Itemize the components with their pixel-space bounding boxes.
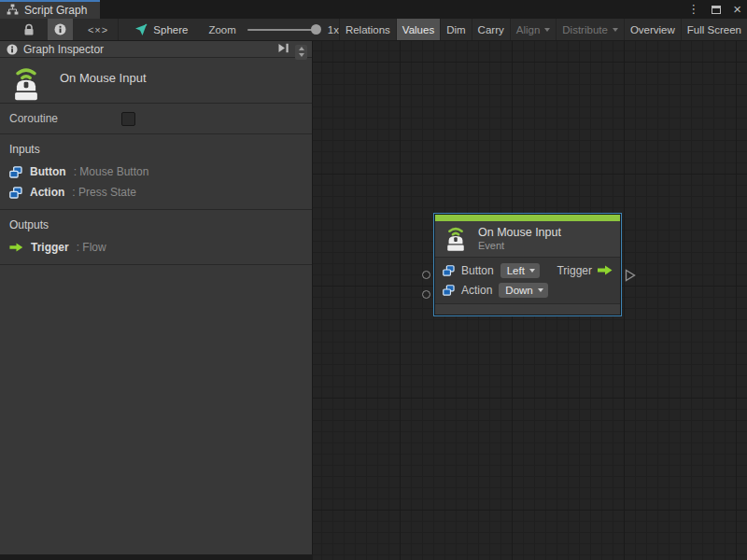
tab-label: Script Graph — [24, 4, 87, 17]
graph-inspector-panel: Graph Inspector On Mouse Input Coroutine… — [0, 41, 313, 554]
inspector-toggle-button[interactable] — [48, 19, 72, 40]
input-port-row: Button : Mouse Button — [9, 165, 312, 178]
button-dropdown[interactable]: Left — [500, 263, 540, 278]
window-menu-icon[interactable]: ⋮ — [687, 0, 699, 19]
on-mouse-input-node[interactable]: On Mouse Input Event Button Left Trigger… — [434, 214, 621, 315]
output-port-row: Trigger : Flow — [9, 241, 312, 254]
chevron-down-icon — [538, 288, 543, 292]
toolbar: <×> Sphere Zoom 1x Relations Values Dim … — [0, 19, 747, 41]
zoom-label: Zoom — [208, 24, 235, 35]
chevron-down-icon — [613, 28, 618, 32]
unit-title: On Mouse Input — [60, 71, 147, 85]
trigger-label: Trigger — [557, 264, 592, 277]
zoom-value: 1x — [328, 24, 339, 35]
node-row-button: Button Left Trigger — [435, 260, 620, 280]
info-icon — [54, 23, 66, 35]
title-bar: Script Graph ⋮ × — [0, 0, 747, 19]
graph-icon — [7, 4, 19, 18]
pointer-icon — [134, 23, 148, 36]
scroll-down-icon — [299, 53, 304, 57]
inspector-header: Graph Inspector — [0, 41, 312, 58]
scroll-up-icon — [299, 47, 304, 50]
value-port-icon — [443, 265, 455, 276]
lock-button[interactable] — [19, 19, 39, 40]
outputs-section: Outputs Trigger : Flow — [0, 210, 312, 265]
flow-arrow-icon — [598, 265, 613, 275]
tab-script-graph[interactable]: Script Graph — [0, 0, 100, 19]
inspector-title: Graph Inspector — [23, 43, 272, 56]
mouse-event-icon — [8, 66, 44, 102]
value-port-icon — [443, 285, 455, 296]
panel-scrubber[interactable] — [295, 45, 307, 60]
coroutine-label: Coroutine — [9, 112, 121, 125]
node-subtitle: Event — [478, 240, 561, 252]
input-port-action[interactable] — [422, 290, 430, 299]
node-port-label: Button — [461, 264, 494, 277]
coroutine-row: Coroutine — [0, 104, 312, 134]
values-button[interactable]: Values — [396, 19, 440, 40]
output-port-trigger[interactable] — [625, 269, 636, 282]
chevron-down-icon — [529, 269, 535, 273]
relations-button[interactable]: Relations — [339, 19, 396, 40]
toolbar-separator — [118, 19, 119, 40]
window-bottom-edge — [0, 554, 313, 560]
mouse-event-icon — [443, 226, 469, 252]
unit-title-block: On Mouse Input — [0, 58, 312, 104]
dock-toggle-icon[interactable] — [277, 43, 289, 56]
input-port-button[interactable] — [422, 271, 430, 279]
node-title: On Mouse Input — [478, 226, 561, 240]
distribute-button[interactable]: Distribute — [556, 19, 624, 40]
chevron-down-icon — [544, 28, 550, 32]
flow-arrow-icon — [9, 243, 23, 252]
toolbar-view-buttons: Relations Values Dim Carry Align Distrib… — [339, 19, 747, 40]
info-icon — [7, 44, 18, 55]
carry-button[interactable]: Carry — [472, 19, 510, 40]
dim-button[interactable]: Dim — [440, 19, 471, 40]
value-port-icon — [9, 166, 22, 178]
node-port-label: Action — [461, 284, 492, 297]
zoom-slider-track[interactable] — [247, 29, 319, 31]
edit-source-button[interactable]: <×> — [84, 19, 113, 40]
value-port-icon — [9, 187, 22, 199]
action-dropdown[interactable]: Down — [499, 283, 547, 298]
outputs-header: Outputs — [9, 218, 312, 231]
align-button[interactable]: Align — [510, 19, 557, 40]
graph-target-button[interactable]: Sphere — [128, 19, 193, 40]
inputs-section: Inputs Button : Mouse Button Action : Pr… — [0, 134, 312, 210]
target-label: Sphere — [153, 24, 188, 35]
full-screen-button[interactable]: Full Screen — [681, 19, 747, 40]
node-body: Button Left Trigger Action Down — [435, 257, 620, 303]
node-event-color-bar — [435, 215, 620, 221]
input-port-row: Action : Press State — [9, 186, 312, 199]
lock-icon — [23, 23, 35, 36]
inputs-header: Inputs — [9, 143, 312, 156]
coroutine-checkbox[interactable] — [121, 112, 135, 126]
node-row-action: Action Down — [435, 280, 620, 300]
maximize-icon[interactable] — [712, 6, 721, 14]
node-header: On Mouse Input Event — [435, 221, 620, 257]
node-footer — [435, 303, 620, 315]
zoom-slider-handle[interactable] — [311, 24, 321, 35]
overview-button[interactable]: Overview — [624, 19, 681, 40]
close-icon[interactable]: × — [733, 0, 741, 19]
zoom-slider[interactable] — [247, 19, 319, 40]
